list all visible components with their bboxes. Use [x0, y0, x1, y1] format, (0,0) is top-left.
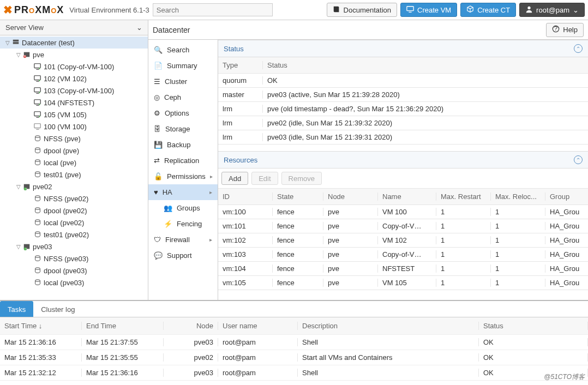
tree-item[interactable]: dpool (pve03): [0, 264, 148, 276]
cell-type: lrm: [218, 133, 263, 141]
svg-point-21: [35, 232, 40, 234]
resource-row[interactable]: vm:102fencepveVM 10211HA_Grou: [218, 233, 588, 248]
tasks-grid-header: Start Time ↓ End Time Node User name Des…: [0, 317, 588, 335]
nav-groups[interactable]: 👥Groups: [148, 200, 218, 216]
svg-rect-7: [34, 76, 40, 80]
status-row[interactable]: quorumOK: [218, 74, 588, 88]
nav-label: Permissions: [167, 172, 206, 181]
status-panel-header[interactable]: Status ⌃: [218, 40, 588, 57]
nav-search[interactable]: 🔍Search: [148, 42, 218, 58]
resource-row[interactable]: vm:105fencepveVM 10511HA_Grou: [218, 276, 588, 290]
resource-row[interactable]: vm:103fencepveCopy-of-V…11HA_Grou: [218, 248, 588, 262]
cell-node: pve02: [164, 353, 218, 362]
search-input[interactable]: [153, 3, 273, 16]
tree-item[interactable]: NFSS (pve): [0, 133, 148, 145]
collapse-icon[interactable]: ⌃: [574, 155, 583, 164]
status-row[interactable]: lrmpve (old timestamp - dead?, Sun Mar 1…: [218, 102, 588, 116]
tree-item[interactable]: dpool (pve02): [0, 204, 148, 216]
nav-summary[interactable]: 📄Summary: [148, 58, 218, 74]
collapse-icon[interactable]: ⌃: [574, 44, 583, 53]
resources-panel-header[interactable]: Resources ⌃: [218, 151, 588, 169]
nav-fencing[interactable]: ⚡Fencing: [148, 216, 218, 232]
cell-start: Mar 15 21:36:16: [0, 338, 82, 346]
tree-item[interactable]: dpool (pve): [0, 145, 148, 157]
col-description[interactable]: Description: [298, 322, 479, 330]
col-user[interactable]: User name: [218, 322, 298, 330]
tab-cluster-log[interactable]: Cluster log: [33, 301, 82, 317]
help-button[interactable]: ? Help: [546, 23, 584, 37]
nav-permissions[interactable]: 🔓Permissions▸: [148, 169, 218, 184]
global-search[interactable]: [153, 3, 273, 16]
cell-id: vm:104: [218, 264, 273, 273]
cell-max-restart: 1: [436, 279, 491, 287]
tree-item[interactable]: NFSS (pve02): [0, 192, 148, 204]
add-button[interactable]: Add: [221, 172, 248, 185]
nav-firewall[interactable]: 🛡Firewall▸: [148, 232, 218, 248]
tree-item[interactable]: 103 (Copy-of-VM-100): [0, 85, 148, 97]
resource-row[interactable]: vm:100fencepveVM 10011HA_Grou: [218, 205, 588, 219]
cell-id: vm:102: [218, 236, 273, 244]
svg-rect-11: [34, 124, 40, 128]
svg-rect-8: [34, 88, 40, 92]
nav-ha[interactable]: ♥HA▸: [148, 184, 218, 200]
task-row[interactable]: Mar 15 21:32:12Mar 15 21:36:16pve03root@…: [0, 365, 588, 381]
svg-point-14: [35, 160, 40, 162]
tree-item-label: NFSS (pve02): [43, 195, 88, 203]
create-ct-label: Create CT: [477, 6, 510, 14]
task-row[interactable]: Mar 15 21:36:16Mar 15 21:37:55pve03root@…: [0, 335, 588, 350]
view-selector[interactable]: Server View: [0, 20, 148, 35]
nav-cluster[interactable]: ☰Cluster: [148, 74, 218, 89]
cell-group: HA_Grou: [545, 279, 588, 287]
create-vm-button[interactable]: Create VM: [400, 3, 457, 17]
tree-item[interactable]: local (pve): [0, 157, 148, 169]
tree-item[interactable]: test01 (pve): [0, 169, 148, 181]
nav-storage[interactable]: 🗄Storage: [148, 121, 218, 137]
tree-item[interactable]: ▽Datacenter (test): [0, 37, 148, 49]
tree-item[interactable]: test01 (pve02): [0, 228, 148, 240]
nav-label: Groups: [177, 204, 200, 212]
user-menu-button[interactable]: root@pam: [519, 3, 585, 17]
svg-point-25: [35, 268, 40, 270]
status-row[interactable]: masterpve03 (active, Sun Mar 15 21:39:28…: [218, 88, 588, 102]
svg-rect-0: [407, 6, 413, 10]
tree-item[interactable]: 101 (Copy-of-VM-100): [0, 61, 148, 73]
svg-point-13: [35, 148, 40, 150]
status-row[interactable]: lrmpve03 (idle, Sun Mar 15 21:39:31 2020…: [218, 130, 588, 145]
tree-item[interactable]: local (pve03): [0, 276, 148, 288]
tree-item[interactable]: ▽pve02: [0, 181, 148, 192]
cell-desc: Shell: [298, 369, 479, 377]
col-start-time[interactable]: Start Time ↓: [0, 322, 82, 330]
tree-item[interactable]: local (pve02): [0, 216, 148, 228]
col-status[interactable]: Status: [479, 322, 588, 330]
documentation-button[interactable]: Documentation: [327, 3, 397, 17]
tree-item[interactable]: ▽pve03: [0, 240, 148, 252]
task-row[interactable]: Mar 15 21:35:33Mar 15 21:35:55pve02root@…: [0, 350, 588, 365]
node-ok-icon: [22, 243, 32, 250]
status-row[interactable]: lrmpve02 (idle, Sun Mar 15 21:39:32 2020…: [218, 116, 588, 130]
svg-rect-2: [13, 40, 19, 42]
nav-replication[interactable]: ⇄Replication: [148, 153, 218, 169]
tree-item[interactable]: 102 (VM 102): [0, 73, 148, 85]
resource-row[interactable]: vm:101fencepveCopy-of-V…11HA_Grou: [218, 219, 588, 233]
tree-item[interactable]: 100 (VM 100): [0, 121, 148, 133]
tree-item[interactable]: 104 (NFSTEST): [0, 97, 148, 109]
chevron-down-icon: [573, 6, 579, 14]
tree-item[interactable]: 105 (VM 105): [0, 109, 148, 121]
tree-item[interactable]: ▽pve: [0, 49, 148, 61]
tab-tasks[interactable]: Tasks: [0, 301, 33, 317]
cell-state: fence: [273, 279, 323, 287]
create-ct-button[interactable]: Create CT: [460, 3, 516, 17]
cell-user: root@pam: [218, 338, 298, 346]
nav-backup[interactable]: 💾Backup: [148, 137, 218, 153]
nav-options[interactable]: ⚙Options: [148, 105, 218, 121]
cell-desc: Shell: [298, 338, 479, 346]
col-end-time[interactable]: End Time: [82, 322, 164, 330]
nav-ceph[interactable]: ◎Ceph: [148, 89, 218, 105]
vm-run-icon: [33, 87, 43, 94]
col-type: Type: [218, 61, 263, 69]
resource-row[interactable]: vm:104fencepveNFSTEST11HA_Grou: [218, 262, 588, 276]
tree-item[interactable]: NFSS (pve03): [0, 252, 148, 264]
col-node[interactable]: Node: [164, 322, 218, 330]
nav-support[interactable]: 💬Support: [148, 248, 218, 263]
svg-point-15: [35, 172, 40, 174]
